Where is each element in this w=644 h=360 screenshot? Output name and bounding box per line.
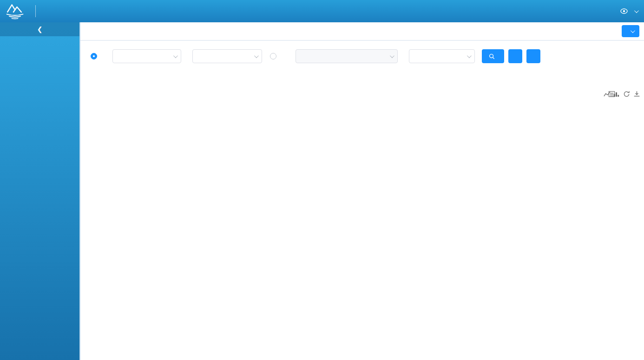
restore-icon[interactable] — [623, 91, 630, 99]
statistics-button[interactable] — [482, 49, 504, 63]
main-area — [80, 22, 644, 360]
radio-by-year[interactable] — [270, 53, 276, 59]
chevron-down-icon — [631, 28, 635, 33]
app-root: ❮ — [0, 0, 644, 360]
app-logo-icon — [5, 2, 25, 20]
chart-toolbox — [604, 91, 640, 99]
top-header — [0, 0, 644, 22]
county-select[interactable] — [192, 49, 262, 63]
sidebar-collapse-button[interactable]: ❮ — [0, 22, 79, 36]
search-icon — [489, 53, 495, 59]
sidebar: ❮ — [0, 22, 80, 360]
export-button[interactable] — [508, 49, 522, 63]
chevron-down-icon — [390, 53, 394, 58]
city2-select[interactable] — [409, 49, 475, 63]
bar-chart — [80, 104, 644, 301]
user-menu[interactable] — [620, 8, 637, 14]
toggle-table-view-button[interactable] — [526, 49, 540, 63]
chevron-left-icon: ❮ — [37, 26, 43, 33]
header-divider — [35, 5, 36, 17]
tab-bar — [80, 22, 644, 41]
eye-icon — [620, 8, 628, 14]
year-select[interactable] — [296, 49, 398, 63]
magic-type-bar-icon[interactable] — [613, 91, 620, 99]
chevron-down-icon — [467, 53, 472, 58]
more-tabs-button[interactable] — [622, 25, 639, 37]
filter-bar — [80, 41, 644, 70]
radio-by-city[interactable] — [91, 53, 97, 59]
save-image-icon[interactable] — [633, 91, 640, 99]
chevron-down-icon — [634, 8, 639, 13]
chevron-down-icon — [173, 53, 178, 58]
city-select[interactable] — [112, 49, 181, 63]
chart-header — [80, 81, 644, 104]
chevron-down-icon — [254, 53, 259, 58]
content-filler — [80, 301, 644, 360]
